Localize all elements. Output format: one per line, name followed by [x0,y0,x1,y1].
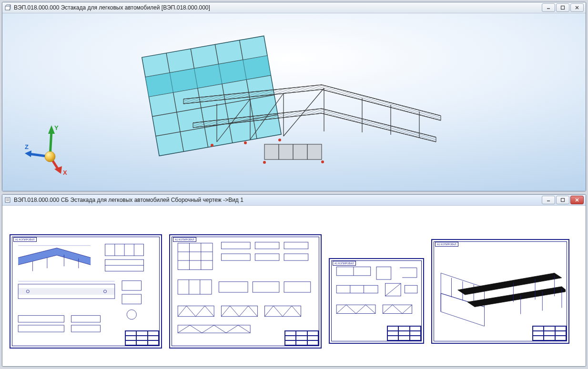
svg-rect-94 [376,267,391,279]
svg-rect-78 [284,242,308,249]
document-drawing-icon [4,197,11,203]
window-3d-model: ВЭП.018.000.000 Эстакада для легковых ав… [2,2,586,191]
drawing-sheet[interactable]: А1 КОПИРОВАЛ [10,234,162,349]
svg-rect-95 [336,285,378,293]
maximize-button[interactable] [556,3,569,12]
svg-point-37 [211,144,213,147]
svg-line-99 [385,283,401,296]
svg-rect-60 [18,288,115,295]
titlebar-3d[interactable]: ВЭП.018.000.000 Эстакада для легковых ав… [2,2,586,13]
svg-rect-100 [405,285,417,293]
close-button[interactable] [570,3,584,12]
axis-z-label: Z [25,143,29,150]
maximize-button[interactable] [556,196,569,204]
title-text-drawing: ВЭП.018.000.000 СБ Эстакада для легковых… [14,197,539,203]
window-drawing: ВЭП.018.000.000 СБ Эстакада для легковых… [2,194,586,367]
svg-point-41 [321,160,324,163]
svg-rect-87 [284,282,311,292]
orientation-triad: Z Y X [24,120,81,177]
titlebar-drawing[interactable]: ВЭП.018.000.000 СБ Эстакада для легковых… [2,195,586,206]
svg-rect-90 [265,306,301,316]
svg-rect-101 [336,305,375,313]
title-block [532,326,567,341]
model-3d [122,32,455,180]
drawing-sheet[interactable]: А1 КОПИРОВАЛ [431,239,569,344]
svg-rect-77 [255,242,279,249]
svg-rect-42 [5,198,10,202]
title-block [387,326,421,341]
svg-rect-80 [255,254,279,260]
svg-point-39 [278,139,281,141]
svg-point-66 [127,310,136,319]
svg-point-9 [45,151,55,162]
viewport-drawing[interactable]: А1 КОПИРОВАЛ [2,206,586,366]
close-button[interactable] [570,196,584,204]
svg-rect-67 [18,316,64,322]
svg-rect-46 [561,199,565,202]
document-3d-icon [4,4,11,11]
minimize-button[interactable] [542,196,555,204]
svg-rect-85 [219,282,248,292]
svg-rect-91 [178,325,250,333]
svg-rect-70 [71,325,101,332]
svg-rect-71 [178,243,213,270]
axis-x-label: X [63,169,67,176]
drawing-sheet[interactable]: А1 КОПИРОВАЛ [329,258,424,344]
svg-rect-65 [122,294,142,304]
svg-rect-81 [284,254,308,260]
svg-rect-64 [122,281,142,290]
title-text-3d: ВЭП.018.000.000 Эстакада для легковых ав… [14,4,539,11]
window-controls-3d [542,3,584,12]
svg-rect-79 [221,254,250,260]
svg-rect-82 [178,280,212,294]
axis-y-label: Y [54,124,59,131]
drawing-sheet[interactable]: А1 КОПИРОВАЛ [169,234,322,349]
minimize-button[interactable] [542,3,555,12]
svg-marker-4 [25,150,31,157]
svg-rect-86 [253,282,279,292]
mdi-container: ВЭП.018.000.000 Эстакада для легковых ав… [0,0,588,369]
svg-rect-76 [221,242,250,249]
title-block [125,330,159,346]
svg-point-40 [263,161,266,164]
title-block [284,330,319,346]
svg-rect-2 [561,6,565,10]
svg-point-38 [244,141,247,144]
viewport-3d[interactable]: Z Y X [2,13,586,191]
svg-marker-6 [48,125,55,134]
svg-rect-89 [221,306,257,316]
window-controls-drawing [542,196,584,204]
svg-rect-88 [178,306,214,316]
svg-rect-68 [18,325,64,332]
svg-rect-69 [71,316,101,322]
